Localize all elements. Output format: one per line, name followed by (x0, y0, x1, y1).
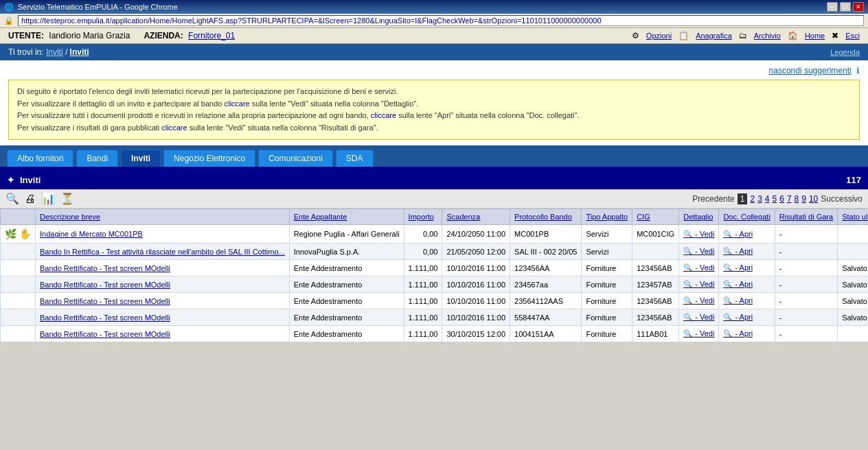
toolbar: 🔍 🖨 📊 ⏳ Precedente 1 2 3 4 5 6 7 8 9 10 … (0, 189, 868, 209)
archivio-link[interactable]: Archivio (754, 32, 781, 40)
hand-icon[interactable]: ✋ (19, 228, 31, 239)
dettaglio-cell: 🔍 - Vedi (679, 309, 719, 326)
leaf-icon[interactable]: 🌿 (5, 228, 16, 239)
breadcrumb-inviti-link[interactable]: Inviti (46, 47, 63, 57)
page-2-button[interactable]: 2 (750, 194, 755, 204)
descrizione-cell: Bando Rettificato - Test screen MOdelli (36, 326, 290, 342)
close-button[interactable]: ✕ (853, 2, 864, 12)
doc-cell: 🔍 - Apri (719, 260, 775, 276)
tab-comunicazioni[interactable]: Comunicazioni (258, 150, 333, 167)
dettaglio-vedi-link[interactable]: 🔍 - Vedi (683, 329, 714, 338)
esci-link[interactable]: Esci (845, 32, 860, 40)
sort-dettaglio[interactable]: Dettaglio (683, 213, 713, 221)
dettaglio-vedi-link[interactable]: 🔍 - Vedi (683, 247, 714, 256)
print-icon[interactable]: 🖨 (25, 193, 36, 205)
dettaglio-vedi-link[interactable]: 🔍 - Vedi (683, 313, 714, 322)
page-1-button[interactable]: 1 (738, 193, 748, 204)
suggestion-line-3: Per visualizzare tutti i documenti prodo… (17, 110, 851, 122)
tab-sda[interactable]: SDA (336, 150, 374, 167)
col-cig: CIG (632, 209, 679, 225)
descrizione-link[interactable]: Bando Rettificato - Test screen MOdelli (40, 297, 170, 305)
dettaglio-vedi-link[interactable]: 🔍 - Vedi (683, 280, 714, 289)
dettaglio-vedi-link[interactable]: 🔍 - Vedi (683, 263, 714, 272)
scadenza-cell: 10/10/2016 11:00 (442, 276, 510, 293)
tipo-cell: Forniture (582, 293, 632, 309)
search-icon[interactable]: 🔍 (5, 192, 19, 205)
page-4-button[interactable]: 4 (765, 194, 770, 204)
anagrafica-icon: 📋 (678, 31, 689, 40)
descrizione-cell: Indagine di Mercato MC001PB (36, 225, 290, 244)
filter-icon[interactable]: ⏳ (60, 192, 74, 205)
sort-risultati[interactable]: Risultati di Gara (779, 213, 833, 221)
scadenza-cell: 10/10/2016 11:00 (442, 309, 510, 326)
opzioni-link[interactable]: Opzioni (646, 32, 672, 40)
restore-button[interactable]: □ (840, 2, 851, 12)
doc-apri-link[interactable]: 🔍 - Apri (723, 296, 770, 305)
dettaglio-vedi-link[interactable]: 🔍 - Vedi (683, 296, 714, 305)
tab-inviti[interactable]: Inviti (121, 150, 161, 167)
doc-apri-link[interactable]: 🔍 - Apri (723, 230, 770, 239)
sort-importo[interactable]: Importo (409, 213, 434, 221)
azienda-label: AZIENDA: Fornitore_01 (144, 31, 235, 40)
col-descrizione: Descrizione breve (36, 209, 290, 225)
cig-cell (632, 244, 679, 260)
suggestions-header[interactable]: nascondi suggerimenti ℹ (8, 66, 860, 75)
col-scadenza: Scadenza (442, 209, 510, 225)
suggestion-line-1: Di seguito è riportato l'elenco degli in… (17, 86, 851, 98)
sort-stato[interactable]: Stato ultima offerta (842, 213, 868, 221)
sort-cig[interactable]: CIG (637, 213, 650, 221)
stato-cell (838, 225, 868, 244)
descrizione-link[interactable]: Bando Rettificato - Test screen MOdelli (40, 313, 170, 322)
page-7-button[interactable]: 7 (787, 194, 792, 204)
next-label: Successivo (821, 194, 863, 204)
doc-apri-link[interactable]: 🔍 - Apri (723, 280, 770, 289)
doc-apri-link[interactable]: 🔍 - Apri (723, 329, 770, 338)
legenda-link[interactable]: Legenda (830, 48, 860, 56)
sort-protocollo[interactable]: Protocollo Bando (514, 213, 572, 221)
page-6-button[interactable]: 6 (779, 194, 784, 204)
descrizione-link[interactable]: Bando Rettificato - Test screen MOdelli (40, 281, 170, 289)
doc-apri-link[interactable]: 🔍 - Apri (723, 247, 770, 256)
sort-descrizione[interactable]: Descrizione breve (40, 213, 100, 221)
doc-apri-link[interactable]: 🔍 - Apri (723, 263, 770, 272)
col-tipo: Tipo Appalto (582, 209, 632, 225)
descrizione-link[interactable]: Bando Rettificato - Test screen MOdelli (40, 330, 170, 338)
tab-albo-fornitori[interactable]: Albo fornitori (7, 150, 73, 167)
hide-suggestions-link[interactable]: nascondi suggerimenti (769, 66, 852, 75)
url-input[interactable] (18, 15, 864, 26)
descrizione-link[interactable]: Indagine di Mercato MC001PB (40, 230, 143, 238)
page-3-button[interactable]: 3 (757, 194, 762, 204)
cig-cell: 123456AB (632, 309, 679, 326)
doc-apri-link[interactable]: 🔍 - Apri (723, 313, 770, 322)
stato-cell: Salvato (838, 293, 868, 309)
sort-tipo[interactable]: Tipo Appalto (586, 213, 628, 221)
minimize-button[interactable]: ─ (827, 2, 838, 12)
page-10-button[interactable]: 10 (809, 194, 818, 204)
dettaglio-cell: 🔍 - Vedi (679, 260, 719, 276)
page-5-button[interactable]: 5 (773, 194, 777, 204)
tab-bandi[interactable]: Bandi (76, 150, 118, 167)
sort-doc[interactable]: Doc. Collegati (723, 213, 770, 221)
excel-icon[interactable]: 📊 (41, 192, 55, 205)
browser-icon: 🌐 (4, 3, 14, 12)
home-icon: 🏠 (788, 31, 798, 40)
protocollo-cell: 234567aa (510, 276, 582, 293)
anagrafica-link[interactable]: Anagrafica (696, 32, 732, 40)
sort-scadenza[interactable]: Scadenza (446, 213, 480, 221)
descrizione-link[interactable]: Bando In Rettifica - Test attività rilas… (40, 248, 285, 256)
address-bar: 🔒 (0, 14, 868, 28)
descrizione-link[interactable]: Bando Rettificato - Test screen MOdelli (40, 264, 170, 272)
dettaglio-vedi-link[interactable]: 🔍 - Vedi (683, 230, 714, 239)
table-row: Bando Rettificato - Test screen MOdelliE… (1, 293, 869, 309)
tab-negozio-elettronico[interactable]: Negozio Elettronico (163, 150, 255, 167)
protocollo-cell: MC001PB (510, 225, 582, 244)
home-link[interactable]: Home (805, 32, 825, 40)
sort-ente[interactable]: Ente Appaltante (294, 213, 347, 221)
table-row: 🌿✋Indagine di Mercato MC001PBRegione Pug… (1, 225, 869, 244)
cig-cell: 123456AB (632, 260, 679, 276)
breadcrumb-current-link[interactable]: Inviti (70, 47, 89, 57)
title-bar-controls[interactable]: ─ □ ✕ (827, 2, 864, 12)
page-9-button[interactable]: 9 (801, 194, 806, 204)
page-8-button[interactable]: 8 (795, 194, 799, 204)
section-title: Inviti (20, 175, 41, 185)
